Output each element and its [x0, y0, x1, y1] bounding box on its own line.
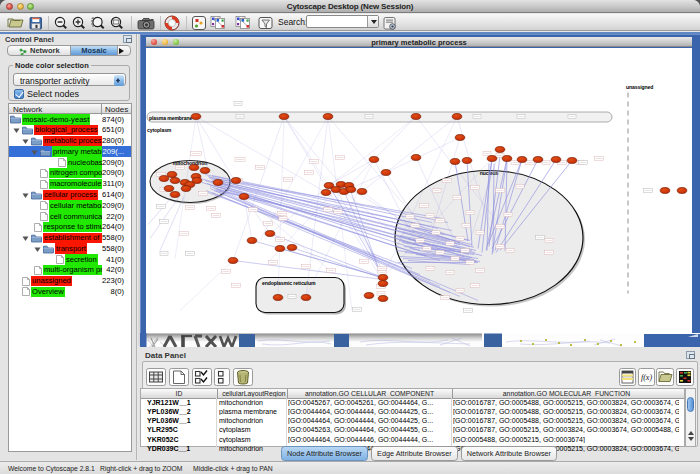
- svg-text:unassigned: unassigned: [626, 83, 653, 89]
- svg-text:cytoplasm: cytoplasm: [147, 126, 172, 132]
- svg-text:mitochondrion: mitochondrion: [173, 159, 207, 165]
- svg-text:plasma membrane: plasma membrane: [149, 114, 192, 120]
- svg-text:f(x): f(x): [641, 373, 652, 382]
